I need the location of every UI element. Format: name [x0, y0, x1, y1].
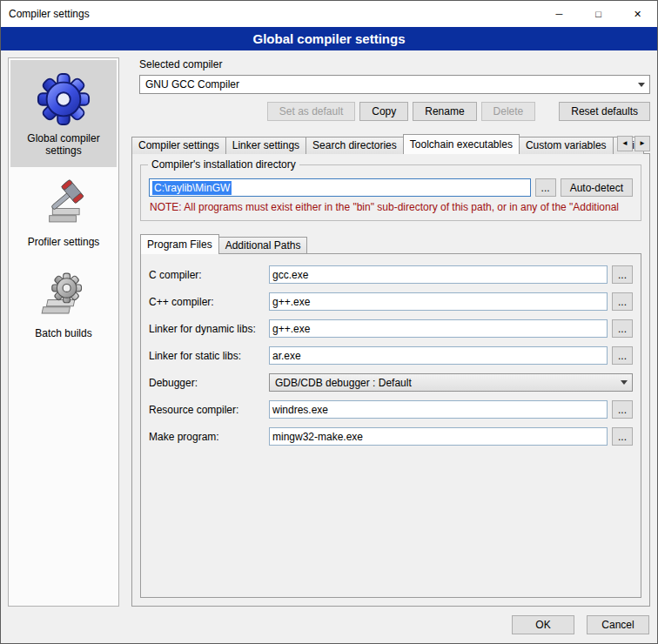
debugger-select-value: GDB/CDB debugger : Default: [275, 377, 412, 389]
cancel-button[interactable]: Cancel: [587, 615, 649, 634]
compiler-select[interactable]: GNU GCC Compiler: [139, 75, 650, 94]
make-program-label: Make program:: [149, 431, 269, 443]
installation-directory-browse-button[interactable]: ...: [535, 178, 556, 197]
c-compiler-value: gcc.exe: [272, 269, 308, 281]
rename-button[interactable]: Rename: [413, 102, 476, 121]
static-linker-row: Linker for static libs: ar.exe ...: [149, 346, 633, 365]
installation-directory-group: Compiler's installation directory C:\ray…: [140, 164, 641, 221]
c-compiler-browse-button[interactable]: ...: [612, 265, 633, 284]
maximize-button[interactable]: □: [579, 1, 618, 27]
settings-category-sidebar: Global compiler settings Profiler settin…: [8, 57, 119, 607]
close-button[interactable]: ✕: [618, 1, 657, 27]
make-program-value: mingw32-make.exe: [272, 431, 363, 443]
dialog-body: Global compiler settings Profiler settin…: [1, 50, 657, 612]
window-title: Compiler settings: [1, 8, 90, 20]
sidebar-item-global-compiler-settings[interactable]: Global compiler settings: [10, 60, 117, 167]
chevron-down-icon: [615, 374, 632, 391]
dialog-footer: OK Cancel: [1, 612, 657, 643]
dynamic-linker-input[interactable]: g++.exe: [269, 319, 608, 338]
resource-compiler-browse-button[interactable]: ...: [612, 400, 633, 419]
tab-custom-variables[interactable]: Custom variables: [519, 137, 614, 154]
program-files-panel: C compiler: gcc.exe ... C++ compiler: g+…: [140, 253, 641, 598]
c-compiler-input[interactable]: gcc.exe: [269, 265, 608, 284]
tab-compiler-settings[interactable]: Compiler settings: [131, 137, 226, 154]
cpp-compiler-input[interactable]: g++.exe: [269, 292, 608, 311]
debugger-label: Debugger:: [149, 377, 269, 389]
resource-compiler-input[interactable]: windres.exe: [269, 400, 608, 419]
set-as-default-button: Set as default: [267, 102, 355, 121]
auto-detect-button[interactable]: Auto-detect: [561, 178, 633, 197]
sidebar-item-batch-builds[interactable]: Batch builds: [10, 258, 117, 350]
toolchain-executables-panel: Compiler's installation directory C:\ray…: [131, 153, 650, 607]
make-program-input[interactable]: mingw32-make.exe: [269, 427, 608, 446]
cpp-compiler-browse-button[interactable]: ...: [612, 292, 633, 311]
tab-additional-paths[interactable]: Additional Paths: [218, 237, 308, 254]
tab-toolchain-executables[interactable]: Toolchain executables: [403, 134, 520, 154]
tab-scroll-buttons: ◄ ►: [617, 136, 650, 151]
cpp-compiler-row: C++ compiler: g++.exe ...: [149, 292, 633, 311]
tab-scroll-left-button[interactable]: ◄: [617, 136, 633, 151]
resource-compiler-value: windres.exe: [272, 404, 328, 416]
static-linker-value: ar.exe: [272, 350, 301, 362]
ok-button[interactable]: OK: [512, 615, 574, 634]
dynamic-linker-value: g++.exe: [272, 323, 310, 335]
main-area: Selected compiler GNU GCC Compiler Set a…: [128, 57, 650, 607]
resource-compiler-row: Resource compiler: windres.exe ...: [149, 400, 633, 419]
static-linker-browse-button[interactable]: ...: [612, 346, 633, 365]
tab-search-directories[interactable]: Search directories: [306, 137, 404, 154]
titlebar: Compiler settings ─ □ ✕: [1, 1, 657, 27]
static-linker-input[interactable]: ar.exe: [269, 346, 608, 365]
sidebar-item-profiler-settings[interactable]: Profiler settings: [10, 167, 117, 258]
sidebar-item-label: Global compiler settings: [14, 132, 113, 157]
resource-compiler-label: Resource compiler:: [149, 404, 269, 416]
sidebar-item-label: Batch builds: [35, 327, 91, 339]
installation-directory-value: C:\raylib\MinGW: [152, 181, 232, 195]
delete-button: Delete: [481, 102, 536, 121]
installation-directory-legend: Compiler's installation directory: [148, 158, 299, 171]
installation-directory-input[interactable]: C:\raylib\MinGW: [149, 178, 531, 197]
debugger-row: Debugger: GDB/CDB debugger : Default: [149, 373, 633, 392]
copy-button[interactable]: Copy: [359, 102, 408, 121]
compiler-settings-dialog: Compiler settings ─ □ ✕ Global compiler …: [0, 0, 658, 644]
tab-scroll-right-button[interactable]: ►: [634, 136, 650, 151]
dynamic-linker-label: Linker for dynamic libs:: [149, 323, 269, 335]
static-linker-label: Linker for static libs:: [149, 350, 269, 362]
c-compiler-row: C compiler: gcc.exe ...: [149, 265, 633, 284]
caption-buttons: ─ □ ✕: [540, 1, 657, 27]
cpp-compiler-value: g++.exe: [272, 296, 310, 308]
installation-directory-row: C:\raylib\MinGW ... Auto-detect: [149, 178, 633, 197]
compiler-select-value: GNU GCC Compiler: [145, 78, 239, 91]
tab-program-files[interactable]: Program Files: [140, 234, 219, 254]
program-files-tabstrip: Program Files Additional Paths: [140, 235, 641, 254]
make-program-browse-button[interactable]: ...: [612, 427, 633, 446]
minimize-button[interactable]: ─: [540, 1, 579, 27]
c-compiler-label: C compiler:: [149, 269, 269, 281]
gear-blue-icon: [37, 72, 91, 126]
settings-tabstrip: Compiler settings Linker settings Search…: [131, 134, 650, 154]
compiler-action-buttons: Set as default Copy Rename Delete Reset …: [139, 102, 650, 121]
tab-linker-settings[interactable]: Linker settings: [225, 137, 306, 154]
bin-subdirectory-note: NOTE: All programs must exist either in …: [150, 201, 632, 213]
selected-compiler-label: Selected compiler: [139, 58, 650, 70]
debugger-select[interactable]: GDB/CDB debugger : Default: [269, 373, 633, 392]
reset-defaults-button[interactable]: Reset defaults: [559, 102, 650, 121]
sidebar-item-label: Profiler settings: [28, 236, 100, 248]
profiler-gavel-icon: [38, 179, 89, 230]
cpp-compiler-label: C++ compiler:: [149, 296, 269, 308]
dynamic-linker-row: Linker for dynamic libs: g++.exe ...: [149, 319, 633, 338]
dialog-header: Global compiler settings: [1, 27, 657, 50]
make-program-row: Make program: mingw32-make.exe ...: [149, 427, 633, 446]
batch-builds-gear-icon: [38, 271, 89, 321]
chevron-down-icon: [633, 76, 649, 93]
dynamic-linker-browse-button[interactable]: ...: [612, 319, 633, 338]
